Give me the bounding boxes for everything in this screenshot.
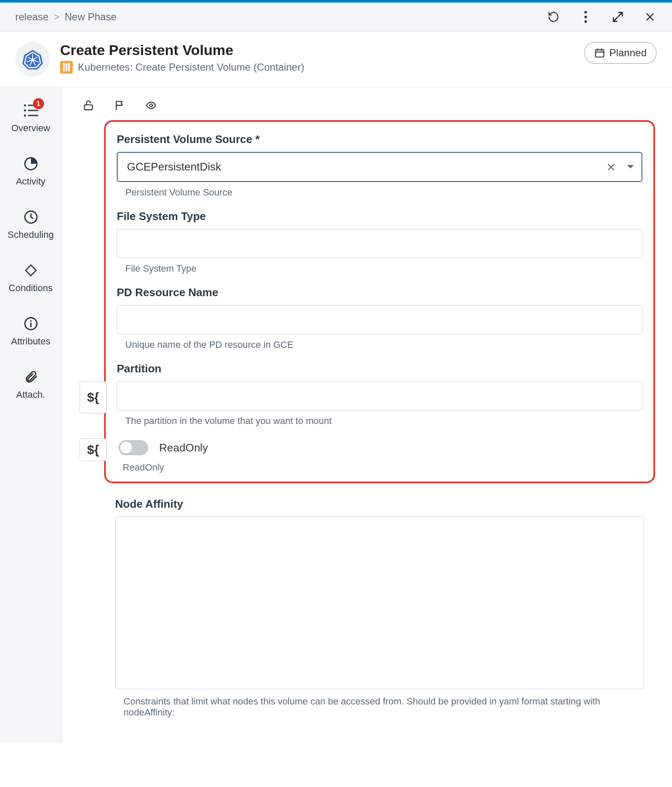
breadcrumb: release > New Phase <box>15 11 116 23</box>
volume-source-label: Persistent Volume Source * <box>117 133 642 146</box>
status-pill-label: Planned <box>609 47 647 59</box>
pd-name-input[interactable] <box>117 305 642 334</box>
field-readonly: ${ ReadOnly ReadOnly <box>117 438 642 473</box>
lock-open-icon[interactable] <box>82 99 95 112</box>
field-volume-source: Persistent Volume Source * Persistent Vo… <box>117 133 642 198</box>
readonly-toggle-label: ReadOnly <box>159 441 208 454</box>
page-subtitle: Kubernetes: Create Persistent Volume (Co… <box>60 61 304 74</box>
partition-help: The partition in the volume that you wan… <box>117 416 642 427</box>
node-affinity-textarea[interactable] <box>115 517 644 689</box>
svg-point-17 <box>24 110 26 112</box>
page-subtitle-text: Kubernetes: Create Persistent Volume (Co… <box>78 61 304 73</box>
more-menu-button[interactable] <box>579 10 592 24</box>
diamond-icon <box>22 261 40 279</box>
refresh-button[interactable] <box>547 10 560 24</box>
page-title: Create Persistent Volume <box>60 42 304 58</box>
list-icon: 1 <box>22 102 40 119</box>
content-toolbar <box>74 99 655 120</box>
svg-point-25 <box>30 320 32 322</box>
fs-type-help: File System Type <box>117 263 642 274</box>
clock-icon <box>22 208 40 226</box>
svg-point-2 <box>584 20 587 23</box>
sidebar-item-attach[interactable]: Attach. <box>0 364 61 405</box>
clear-select-icon[interactable] <box>605 161 617 173</box>
breadcrumb-separator: > <box>54 11 60 23</box>
volume-source-help: Persistent Volume Source <box>117 187 642 198</box>
breadcrumb-bar: release > New Phase <box>0 3 672 32</box>
container-icon <box>60 61 73 74</box>
field-pd-name: PD Resource Name Unique name of the PD r… <box>117 286 642 350</box>
node-affinity-label: Node Affinity <box>115 498 644 511</box>
breadcrumb-root-link[interactable]: release <box>15 11 49 23</box>
sidebar-item-overview[interactable]: 1 Overview <box>0 97 61 138</box>
svg-rect-14 <box>595 50 604 57</box>
variable-chip-partition[interactable]: ${ <box>80 381 107 413</box>
field-node-affinity: Node Affinity Constraints that limit wha… <box>104 498 655 718</box>
sidebar-label-activity: Activity <box>16 176 46 187</box>
status-pill[interactable]: Planned <box>584 42 657 64</box>
sidebar-label-scheduling: Scheduling <box>8 229 54 240</box>
sidebar-item-attributes[interactable]: Attributes <box>0 311 61 351</box>
svg-point-0 <box>584 11 587 14</box>
sidebar-label-conditions: Conditions <box>9 283 53 294</box>
field-fs-type: File System Type File System Type <box>117 210 642 274</box>
flag-icon[interactable] <box>113 99 126 112</box>
sidebar-item-scheduling[interactable]: Scheduling <box>0 204 61 245</box>
readonly-help: ReadOnly <box>117 462 642 473</box>
sidebar-label-attach: Attach. <box>16 389 45 400</box>
page-header: Create Persistent Volume Kubernetes: Cre… <box>0 32 672 87</box>
clock-progress-icon <box>22 155 40 173</box>
sidebar-label-overview: Overview <box>11 123 50 134</box>
info-icon <box>22 315 40 333</box>
sidebar-item-conditions[interactable]: Conditions <box>0 257 61 298</box>
sidebar-item-activity[interactable]: Activity <box>0 151 61 191</box>
page-header-left: Create Persistent Volume Kubernetes: Cre… <box>15 42 304 77</box>
node-affinity-help: Constraints that limit what nodes this v… <box>115 696 644 718</box>
svg-rect-26 <box>85 105 93 110</box>
svg-point-15 <box>24 105 26 107</box>
main-content: Persistent Volume Source * Persistent Vo… <box>62 87 672 743</box>
eye-icon[interactable] <box>145 99 157 112</box>
kubernetes-logo-icon <box>15 42 50 77</box>
fs-type-input[interactable] <box>117 229 642 258</box>
svg-point-1 <box>584 16 587 18</box>
calendar-icon <box>594 47 605 58</box>
pd-name-label: PD Resource Name <box>117 286 642 299</box>
readonly-toggle[interactable] <box>118 440 148 455</box>
svg-point-27 <box>150 104 153 107</box>
field-partition: Partition ${ The partition in the volume… <box>117 362 642 427</box>
close-button[interactable] <box>643 10 657 24</box>
svg-point-19 <box>24 115 26 117</box>
sidebar-label-attributes: Attributes <box>11 336 50 347</box>
variable-chip-readonly[interactable]: ${ <box>80 438 107 461</box>
volume-source-select[interactable] <box>117 152 642 182</box>
expand-button[interactable] <box>611 10 625 24</box>
pd-name-help: Unique name of the PD resource in GCE <box>117 339 642 350</box>
chevron-down-icon[interactable] <box>625 161 636 173</box>
body: 1 Overview Activity Scheduling Condition… <box>0 87 672 743</box>
partition-label: Partition <box>117 362 642 375</box>
paperclip-icon <box>22 368 40 386</box>
breadcrumb-current: New Phase <box>65 11 117 23</box>
highlighted-section: Persistent Volume Source * Persistent Vo… <box>104 120 655 483</box>
topbar-actions <box>547 10 657 24</box>
fs-type-label: File System Type <box>117 210 642 223</box>
sidebar: 1 Overview Activity Scheduling Condition… <box>0 87 62 743</box>
partition-input[interactable] <box>117 381 642 410</box>
sidebar-badge-overview: 1 <box>33 98 44 109</box>
